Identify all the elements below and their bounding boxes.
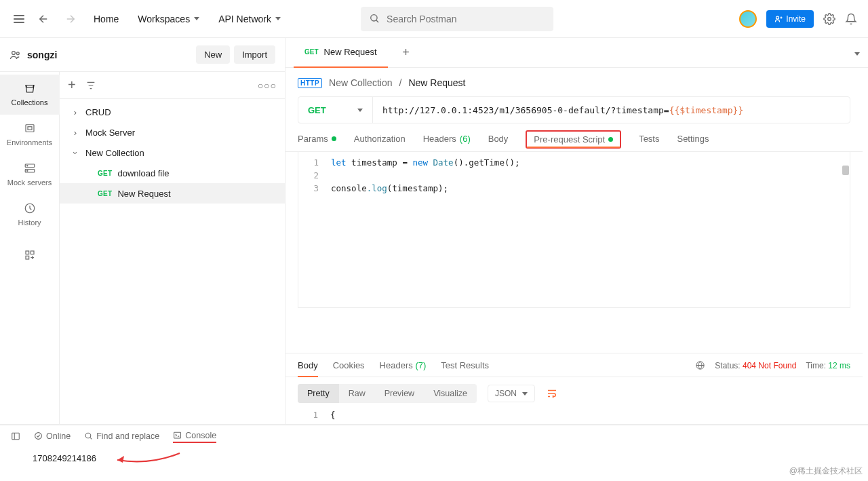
view-raw-button[interactable]: Raw <box>339 384 375 403</box>
chevron-down-icon <box>275 17 281 20</box>
tab-pre-request-script[interactable]: Pre-request Script <box>526 130 621 149</box>
grid-plus-icon <box>23 248 37 262</box>
online-status[interactable]: Online <box>34 431 71 441</box>
add-tab-icon[interactable]: + <box>396 43 416 63</box>
settings-icon[interactable] <box>823 13 835 25</box>
nav-home[interactable]: Home <box>87 9 125 28</box>
view-preview-button[interactable]: Preview <box>375 384 424 403</box>
indicator-dot-icon <box>608 137 613 142</box>
view-pretty-button[interactable]: Pretty <box>298 384 339 403</box>
tab-menu-chevron-icon[interactable] <box>853 47 860 58</box>
tab-body[interactable]: Body <box>488 133 509 151</box>
console-button[interactable]: Console <box>173 431 216 443</box>
more-options-icon[interactable]: ○○○ <box>258 80 277 91</box>
tab-tests[interactable]: Tests <box>639 133 659 151</box>
chevron-down-icon: › <box>71 148 81 157</box>
console-log-value: 1708249214186 <box>33 453 96 463</box>
tab-params[interactable]: Params <box>298 133 336 151</box>
response-tab-cookies[interactable]: Cookies <box>333 360 365 377</box>
nav-back-icon[interactable] <box>33 8 54 30</box>
svg-rect-14 <box>26 256 29 259</box>
svg-point-9 <box>26 166 27 166</box>
url-input[interactable]: http://127.0.0.1:4523/m1/3656905-0-defau… <box>373 97 850 123</box>
people-icon <box>9 49 22 61</box>
svg-rect-6 <box>28 127 32 130</box>
wrap-lines-icon[interactable] <box>546 387 558 400</box>
tree-request-download-file[interactable]: GET download file <box>60 163 285 183</box>
method-selector[interactable]: GET <box>298 97 373 123</box>
new-button[interactable]: New <box>196 45 230 64</box>
svg-rect-19 <box>174 432 181 438</box>
watermark: @稀土掘金技术社区 <box>789 465 863 477</box>
method-badge: GET <box>98 170 112 177</box>
environments-icon <box>23 121 37 135</box>
response-tab-headers[interactable]: Headers (7) <box>380 360 427 377</box>
import-button[interactable]: Import <box>234 45 275 64</box>
view-visualize-button[interactable]: Visualize <box>424 384 477 403</box>
view-mode-group: Pretty Raw Preview Visualize <box>298 384 477 403</box>
svg-rect-13 <box>31 251 34 254</box>
method-badge: GET <box>304 48 319 56</box>
response-tab-test-results[interactable]: Test Results <box>441 360 489 377</box>
rail-mock-servers[interactable]: Mock servers <box>0 155 60 195</box>
rail-environments[interactable]: Environments <box>0 115 60 155</box>
method-badge: GET <box>98 190 112 197</box>
rail-history[interactable]: History <box>0 195 60 235</box>
sidebar-toggle-icon[interactable] <box>11 431 20 441</box>
notifications-icon[interactable] <box>845 13 857 25</box>
http-badge: HTTP <box>298 78 322 88</box>
svg-point-0 <box>371 14 377 20</box>
svg-point-17 <box>35 433 42 440</box>
chevron-down-icon <box>194 17 199 20</box>
nav-api-network[interactable]: API Network <box>212 9 288 28</box>
svg-point-2 <box>828 17 831 20</box>
nav-workspaces[interactable]: Workspaces <box>131 9 206 28</box>
tree-folder-crud[interactable]: › CRUD <box>60 102 285 122</box>
svg-rect-5 <box>26 125 34 132</box>
script-editor[interactable]: 1 2 3 let timestamp = new Date().getTime… <box>298 152 850 308</box>
tree-folder-mock-server[interactable]: › Mock Server <box>60 122 285 142</box>
chevron-down-icon <box>522 392 528 396</box>
tree-request-new-request[interactable]: GET New Request <box>60 183 285 204</box>
search-input[interactable] <box>361 7 553 31</box>
filter-icon[interactable] <box>85 80 96 91</box>
breadcrumb: HTTP New Collection / New Request <box>285 68 863 96</box>
tab-settings[interactable]: Settings <box>677 133 709 151</box>
invite-button[interactable]: Invite <box>766 10 814 28</box>
tab-headers[interactable]: Headers (6) <box>423 133 471 151</box>
status-label: Status: 404 Not Found <box>715 361 796 370</box>
search-icon <box>369 13 380 24</box>
tree-folder-new-collection[interactable]: › New Collection <box>60 142 285 163</box>
tab-authorization[interactable]: Authorization <box>354 133 406 151</box>
find-replace-button[interactable]: Find and replace <box>84 431 159 441</box>
annotation-arrow-icon <box>112 450 183 468</box>
breadcrumb-request: New Request <box>408 77 465 88</box>
mock-servers-icon <box>23 161 37 175</box>
network-icon[interactable] <box>695 360 705 370</box>
svg-rect-16 <box>12 433 20 439</box>
format-selector[interactable]: JSON <box>488 385 535 402</box>
breadcrumb-collection[interactable]: New Collection <box>329 77 392 88</box>
svg-point-10 <box>26 170 27 171</box>
workspace-name[interactable]: songzi <box>27 50 57 60</box>
add-collection-icon[interactable]: + <box>68 77 76 93</box>
avatar[interactable] <box>739 10 757 28</box>
response-body[interactable]: 1 { <box>285 410 863 424</box>
svg-point-18 <box>85 433 91 438</box>
request-tab[interactable]: GET New Request <box>294 38 388 68</box>
response-tab-body[interactable]: Body <box>298 360 318 377</box>
scrollbar-thumb[interactable] <box>842 166 849 175</box>
chevron-right-icon: › <box>71 128 80 138</box>
rail-collections[interactable]: Collections <box>0 75 60 115</box>
chevron-right-icon: › <box>71 107 80 117</box>
time-label: Time: 12 ms <box>806 361 850 370</box>
rail-configure[interactable] <box>0 242 60 270</box>
svg-point-1 <box>776 16 779 19</box>
collections-icon <box>23 81 37 95</box>
indicator-dot-icon <box>332 136 336 141</box>
menu-icon[interactable] <box>11 11 27 27</box>
svg-rect-12 <box>26 251 29 254</box>
history-icon <box>23 201 37 215</box>
chevron-down-icon <box>357 109 363 112</box>
nav-forward-icon[interactable] <box>60 8 81 30</box>
